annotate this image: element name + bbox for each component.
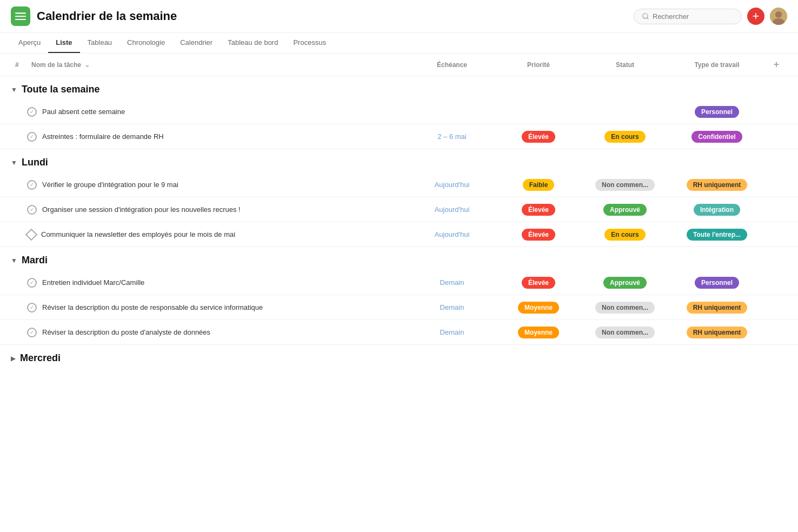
status-badge[interactable]: Non commen... bbox=[595, 302, 655, 314]
task-name-cell: Entretien individuel Marc/Camille bbox=[27, 278, 409, 288]
task-name: Réviser la description du poste d'analys… bbox=[42, 328, 210, 336]
task-status: Non commen... bbox=[582, 302, 668, 314]
section-header-lundi[interactable]: ▼ Lundi bbox=[0, 149, 798, 172]
avatar[interactable] bbox=[770, 8, 787, 25]
task-priority: Élevée bbox=[495, 131, 582, 143]
task-name: Vérifier le groupe d'intégration pour le… bbox=[42, 181, 178, 189]
task-name-cell: Réviser la description du poste d'analys… bbox=[27, 328, 409, 337]
task-status: Approuvé bbox=[582, 277, 668, 289]
col-header-due: Échéance bbox=[409, 56, 495, 74]
sort-icon[interactable]: ⌄ bbox=[84, 61, 90, 69]
add-column-button[interactable]: + bbox=[766, 54, 787, 76]
task-work-type: Toute l'entrep... bbox=[668, 229, 766, 241]
task-due: 2 – 6 mai bbox=[409, 132, 495, 141]
nav-tab-tableau-de-bord[interactable]: Tableau de bord bbox=[220, 33, 285, 53]
task-row: Organiser une session d'intégration pour… bbox=[0, 197, 798, 222]
menu-icon[interactable] bbox=[11, 6, 30, 26]
task-name-cell: Organiser une session d'intégration pour… bbox=[27, 205, 409, 215]
task-status: Approuvé bbox=[582, 204, 668, 216]
section-toute-semaine: ▼ Toute la semaine Paul absent cette sem… bbox=[0, 76, 798, 149]
priority-badge[interactable]: Moyenne bbox=[518, 327, 559, 338]
work-type-badge[interactable]: Personnel bbox=[695, 277, 739, 289]
svg-rect-1 bbox=[15, 16, 26, 17]
task-status: En cours bbox=[582, 229, 668, 241]
work-type-badge[interactable]: RH uniquement bbox=[687, 302, 748, 314]
nav-tab-liste[interactable]: Liste bbox=[48, 33, 79, 53]
status-badge[interactable]: En cours bbox=[604, 131, 645, 143]
task-priority: Moyenne bbox=[495, 302, 582, 314]
priority-badge[interactable]: Faible bbox=[523, 179, 555, 191]
work-type-badge[interactable]: Personnel bbox=[695, 106, 739, 118]
nav-tab-processus[interactable]: Processus bbox=[285, 33, 334, 53]
svg-rect-2 bbox=[15, 19, 26, 20]
section-content-mardi: Entretien individuel Marc/Camille Demain… bbox=[0, 270, 798, 345]
check-icon[interactable] bbox=[27, 107, 37, 117]
priority-badge[interactable]: Moyenne bbox=[518, 302, 559, 314]
section-mardi: ▼ Mardi Entretien individuel Marc/Camill… bbox=[0, 247, 798, 345]
work-type-badge[interactable]: RH uniquement bbox=[687, 327, 748, 338]
check-icon[interactable] bbox=[27, 180, 37, 190]
task-name-cell: Paul absent cette semaine bbox=[27, 107, 409, 117]
section-header-mardi[interactable]: ▼ Mardi bbox=[0, 247, 798, 270]
header-actions: + bbox=[634, 8, 787, 25]
status-badge[interactable]: En cours bbox=[604, 229, 645, 241]
status-badge[interactable]: Non commen... bbox=[595, 179, 655, 191]
check-icon[interactable] bbox=[27, 205, 37, 215]
search-box[interactable] bbox=[634, 9, 742, 24]
task-work-type: Confidentiel bbox=[668, 131, 766, 143]
task-row: Réviser la description du poste d'analys… bbox=[0, 320, 798, 345]
task-work-type: Intégration bbox=[668, 204, 766, 216]
section-chevron-lundi: ▼ bbox=[11, 159, 17, 167]
task-row: Entretien individuel Marc/Camille Demain… bbox=[0, 270, 798, 295]
task-name: Communiquer la newsletter des employés p… bbox=[41, 230, 235, 238]
work-type-badge[interactable]: Intégration bbox=[694, 204, 740, 216]
search-input[interactable] bbox=[653, 12, 734, 21]
diamond-icon bbox=[25, 228, 38, 241]
check-icon[interactable] bbox=[27, 328, 37, 337]
priority-badge[interactable]: Élevée bbox=[522, 131, 555, 143]
nav-tab-chronologie[interactable]: Chronologie bbox=[119, 33, 172, 53]
work-type-badge[interactable]: Confidentiel bbox=[691, 131, 742, 143]
status-badge[interactable]: Approuvé bbox=[603, 277, 647, 289]
check-icon[interactable] bbox=[27, 278, 37, 288]
col-header-work-type: Type de travail bbox=[668, 56, 766, 74]
section-title-toute-semaine: Toute la semaine bbox=[22, 84, 100, 95]
task-due: Demain bbox=[409, 278, 495, 287]
svg-line-4 bbox=[647, 18, 649, 19]
section-header-toute-semaine[interactable]: ▼ Toute la semaine bbox=[0, 76, 798, 99]
work-type-badge[interactable]: RH uniquement bbox=[687, 179, 748, 191]
task-due: Aujourd'hui bbox=[409, 230, 495, 238]
col-header-priority: Priorité bbox=[495, 56, 582, 74]
nav-tab-tableau[interactable]: Tableau bbox=[80, 33, 120, 53]
task-name: Réviser la description du poste de respo… bbox=[42, 303, 263, 311]
table-header: # Nom de la tâche ⌄ Échéance Priorité St… bbox=[0, 54, 798, 76]
task-priority: Élevée bbox=[495, 277, 582, 289]
task-priority: Faible bbox=[495, 179, 582, 191]
task-row: Astreintes : formulaire de demande RH 2 … bbox=[0, 124, 798, 149]
task-name: Entretien individuel Marc/Camille bbox=[42, 278, 144, 287]
task-row: Paul absent cette semaine Personnel bbox=[0, 99, 798, 124]
svg-point-6 bbox=[775, 11, 782, 18]
section-content-lundi: Vérifier le groupe d'intégration pour le… bbox=[0, 172, 798, 247]
priority-badge[interactable]: Élevée bbox=[522, 229, 555, 241]
section-header-mercredi[interactable]: ▶ Mercredi bbox=[0, 345, 798, 368]
nav-tab-calendrier[interactable]: Calendrier bbox=[172, 33, 220, 53]
section-title-mardi: Mardi bbox=[22, 255, 48, 266]
task-work-type: RH uniquement bbox=[668, 179, 766, 191]
work-type-badge[interactable]: Toute l'entrep... bbox=[687, 229, 747, 241]
task-name-cell: Vérifier le groupe d'intégration pour le… bbox=[27, 180, 409, 190]
check-icon[interactable] bbox=[27, 132, 37, 142]
search-icon bbox=[642, 12, 649, 20]
add-button[interactable]: + bbox=[747, 8, 764, 25]
nav-tab-aperçu[interactable]: Aperçu bbox=[11, 33, 48, 53]
task-name: Astreintes : formulaire de demande RH bbox=[42, 132, 164, 141]
page-title: Calendrier de la semaine bbox=[37, 9, 627, 23]
status-badge[interactable]: Approuvé bbox=[603, 204, 647, 216]
check-icon[interactable] bbox=[27, 303, 37, 312]
priority-badge[interactable]: Élevée bbox=[522, 204, 555, 216]
priority-badge[interactable]: Élevée bbox=[522, 277, 555, 289]
task-name-cell: Communiquer la newsletter des employés p… bbox=[27, 230, 409, 239]
section-lundi: ▼ Lundi Vérifier le groupe d'intégration… bbox=[0, 149, 798, 247]
task-priority: Élevée bbox=[495, 229, 582, 241]
status-badge[interactable]: Non commen... bbox=[595, 327, 655, 338]
